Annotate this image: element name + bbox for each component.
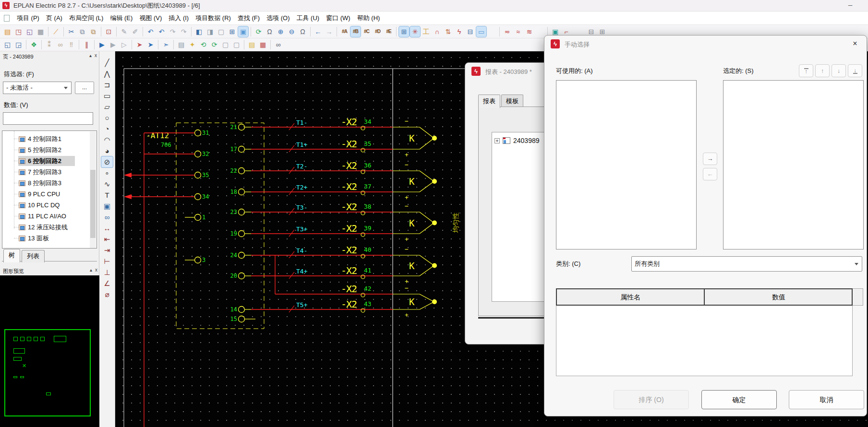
menu-item[interactable]: 视图 (V) — [136, 12, 165, 24]
tree-item[interactable]: 11 PLC AI/AO — [2, 211, 96, 222]
tree-item[interactable]: 9 PLC CPU — [2, 189, 96, 200]
print-icon[interactable]: ▦ — [36, 26, 46, 37]
tree-item[interactable]: 7 控制回路3 — [2, 166, 96, 178]
menu-item[interactable]: 窗口 (W) — [323, 12, 354, 24]
report-tab-模板[interactable]: 模板 — [501, 95, 523, 108]
tree-item[interactable]: 10 PLC DQ — [2, 200, 96, 211]
move-down-button[interactable]: ↓ — [832, 64, 846, 77]
close-icon[interactable]: × — [850, 39, 860, 48]
report-tab-报表[interactable]: 报表 — [478, 95, 500, 108]
zoom-out-icon[interactable]: ⊖ — [287, 26, 297, 37]
zoom-area-icon[interactable]: Ω — [265, 26, 275, 37]
close-icon[interactable]: x — [95, 53, 97, 58]
line-tool-icon[interactable]: ╱ — [101, 57, 113, 68]
pages-panel-header[interactable]: 页 - 2403989 ▴x — [0, 51, 99, 62]
dim-end-icon[interactable]: ⇥ — [101, 245, 113, 256]
hyperlink-tool-icon[interactable]: ∞ — [101, 212, 113, 223]
insert-symbol-icon[interactable]: ◨ — [205, 26, 215, 37]
collapse-icon[interactable]: ▴ — [90, 267, 92, 273]
ok-button[interactable]: 确定 — [701, 390, 777, 409]
format-paint-icon[interactable]: ✎ — [119, 26, 129, 37]
plugin-icon[interactable]: ❖ — [29, 39, 39, 50]
preview-panel-header[interactable]: 图形预览 ▴x — [0, 266, 99, 276]
conn-symbol-3-icon[interactable]: ≋ — [524, 26, 534, 37]
tab-列表[interactable]: 列表 — [22, 250, 45, 262]
tab-树[interactable]: 树 — [3, 249, 20, 262]
move-to-bottom-button[interactable]: ↓ — [848, 64, 862, 77]
forward-icon[interactable]: → — [324, 26, 334, 37]
tree-item[interactable]: 8 控制回路3 — [2, 178, 96, 189]
goto-counterpart-icon[interactable]: ➣ — [161, 39, 171, 50]
dim-start-icon[interactable]: ⇤ — [101, 234, 113, 245]
coordinate-box-icon[interactable]: ▭ — [476, 26, 486, 37]
grid-toggle-icon[interactable]: ⊞ — [399, 26, 409, 37]
filter-browse-button[interactable]: ... — [75, 82, 94, 94]
property-table[interactable]: 属性名 数值 — [556, 288, 863, 376]
navigate-ghost-icon[interactable]: ▷ — [119, 39, 129, 50]
window-macro-2-icon[interactable]: ◲ — [13, 39, 24, 50]
design-mode-icon[interactable]: 工 — [421, 26, 431, 37]
expand-icon[interactable]: + — [494, 138, 500, 143]
grid-d-icon[interactable]: #D — [373, 26, 383, 37]
workspace-icon[interactable]: ▣ — [238, 26, 248, 37]
numbering-123-icon[interactable]: ⁑ — [44, 39, 54, 50]
polyline-tool-icon[interactable]: ⋀ — [101, 68, 113, 79]
cancel-button[interactable]: 取消 — [789, 390, 864, 409]
tree-scrollbar[interactable] — [90, 131, 96, 249]
category-dropdown[interactable]: 所有类别 — [631, 256, 862, 272]
dim-radius-icon[interactable]: ⌀ — [101, 289, 113, 300]
report-tree-item[interactable]: + 2403989 — [494, 137, 540, 144]
grid-c-icon[interactable]: #C — [362, 26, 372, 37]
undo-list-icon[interactable]: ↶ — [157, 26, 167, 37]
rectangle-2pt-tool-icon[interactable]: ▱ — [101, 101, 113, 112]
dim-angle-icon[interactable]: ∠ — [101, 278, 113, 289]
undo-icon[interactable]: ↶ — [145, 26, 156, 37]
page-tree[interactable]: 4 控制回路15 控制回路26 控制回路27 控制回路38 控制回路39 PLC… — [2, 130, 97, 249]
circle-tool-icon[interactable]: ○ — [101, 112, 113, 123]
small-circle-tool-icon[interactable]: ∘ — [101, 167, 113, 178]
conn-symbol-2-icon[interactable]: ≈ — [513, 26, 523, 37]
ellipse-tool-icon[interactable]: ⊘ — [101, 156, 113, 167]
redo-icon[interactable]: ↷ — [168, 26, 178, 37]
tree-item[interactable]: 13 面板 — [2, 233, 96, 244]
image-tool-icon[interactable]: ▣ — [101, 201, 113, 212]
selected-list[interactable] — [723, 80, 864, 249]
dim-linear-icon[interactable]: ↔ — [101, 223, 113, 234]
transfer-left-button[interactable]: ← — [703, 168, 717, 180]
polygon-tool-icon[interactable]: ⊐ — [101, 79, 113, 90]
grid-b-icon[interactable]: #B — [350, 26, 361, 37]
update-connections-icon[interactable]: ∥ — [82, 39, 92, 50]
tree-item[interactable]: 12 液压站接线 — [2, 222, 96, 233]
back-icon[interactable]: ← — [313, 26, 323, 37]
conn-symbol-1-icon[interactable]: ≂ — [502, 26, 512, 37]
transfer-right-button[interactable]: → — [703, 153, 717, 165]
assign-format-icon[interactable]: ✐ — [130, 26, 140, 37]
menu-item[interactable]: 插入 (I) — [165, 12, 192, 24]
open-page-icon[interactable]: ◳ — [13, 26, 24, 37]
sync-back-icon[interactable]: ⟲ — [198, 39, 208, 50]
goto-red-icon[interactable]: ➤ — [134, 39, 145, 50]
goto-blue-icon[interactable]: ➤ — [145, 39, 156, 50]
magnet-move-icon[interactable]: ⇅ — [443, 26, 453, 37]
rectangle-tool-icon[interactable]: ▭ — [101, 90, 113, 101]
sector-tool-icon[interactable]: ◕ — [101, 145, 113, 156]
dim-perpendicular-icon[interactable]: ⊥ — [101, 267, 113, 278]
navigate-run-icon[interactable]: ▶ — [97, 39, 107, 50]
sort-button[interactable]: 排序 (O) — [614, 390, 689, 409]
menu-item[interactable]: 布局空间 (L) — [66, 12, 107, 24]
filter-dropdown[interactable]: - 未激活 - — [3, 82, 72, 94]
refresh-icon[interactable]: ⟳ — [253, 26, 264, 37]
tree-item[interactable]: 5 控制回路2 — [2, 144, 96, 155]
value-input[interactable] — [3, 112, 93, 125]
number-grid-icon[interactable]: ⊟ — [465, 26, 475, 37]
paste-icon[interactable]: ⧉ — [88, 26, 98, 37]
tree-scrollbar-thumb[interactable] — [90, 170, 96, 238]
sync-forward-icon[interactable]: ⟳ — [209, 39, 219, 50]
insert-window-macro-icon[interactable]: ◧ — [194, 26, 204, 37]
new-page-icon[interactable]: ▤ — [2, 26, 12, 37]
page-copy-2-icon[interactable]: ▢ — [231, 39, 241, 50]
grid-a-icon[interactable]: #A — [339, 26, 350, 37]
new-device-icon[interactable]: ✦ — [187, 39, 197, 50]
manual-dialog-titlebar[interactable]: ϟ 手动选择 × — [544, 36, 867, 52]
menu-item[interactable]: 查找 (F) — [234, 12, 263, 24]
